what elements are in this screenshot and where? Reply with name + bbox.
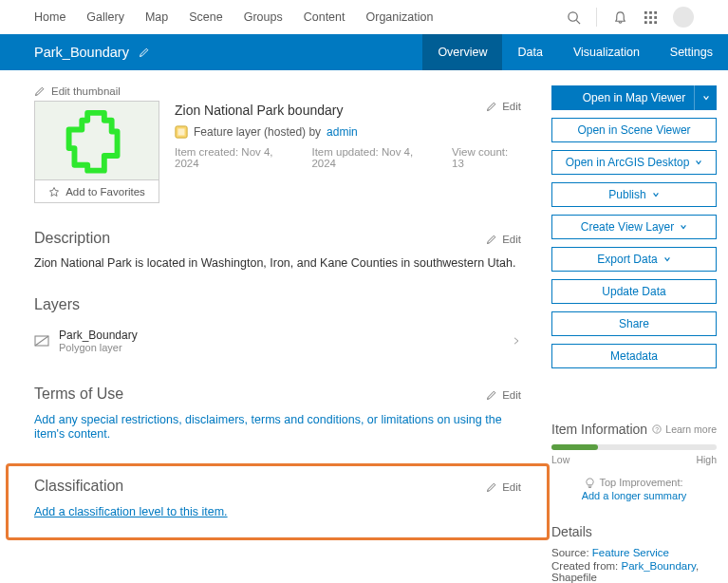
completeness-meter — [551, 444, 717, 450]
edit-description-button[interactable]: Edit — [486, 234, 521, 245]
avatar[interactable] — [673, 7, 694, 28]
top-improvement: Top Improvement: Add a longer summary — [551, 477, 717, 501]
edit-thumbnail-link[interactable]: Edit thumbnail — [34, 85, 521, 97]
chevron-right-icon — [512, 336, 521, 346]
create-view-layer-button[interactable]: Create View Layer — [551, 215, 717, 239]
hero-main: Edit Zion National Park boundary Feature… — [175, 101, 521, 203]
classification-section: Edit Classification Add a classification… — [6, 463, 550, 540]
pencil-icon[interactable] — [139, 47, 150, 58]
hero: Add to Favorites Edit Zion National Park… — [34, 101, 521, 203]
svg-rect-7 — [654, 16, 657, 19]
details-section: Details Source: Feature Service Created … — [551, 524, 717, 583]
created-meta: Item created: Nov 4, 2024 — [175, 146, 296, 169]
thumbnail-image[interactable] — [34, 101, 159, 180]
banner-title-wrap: Park_Boundary — [34, 34, 422, 70]
open-map-viewer-button[interactable]: Open in Map Viewer — [551, 85, 717, 110]
nav-link[interactable]: Home — [34, 10, 65, 24]
description-section: Edit Description Zion National Park is l… — [34, 230, 521, 270]
nav-link[interactable]: Scene — [189, 10, 222, 24]
edit-terms-button[interactable]: Edit — [486, 389, 521, 401]
right-column: Open in Map Viewer Open in Scene Viewer … — [551, 85, 717, 583]
svg-point-0 — [568, 11, 576, 20]
chevron-down-icon — [680, 223, 687, 231]
created-from-link[interactable]: Park_Boundary — [622, 560, 696, 572]
share-button[interactable]: Share — [551, 311, 717, 336]
item-title: Zion National Park boundary — [175, 103, 521, 118]
svg-rect-8 — [644, 21, 646, 24]
search-icon[interactable] — [566, 9, 581, 25]
open-desktop-button[interactable]: Open in ArcGIS Desktop — [551, 150, 717, 175]
tab-settings[interactable]: Settings — [655, 34, 728, 70]
add-to-favorites-button[interactable]: Add to Favorites — [34, 180, 159, 203]
lightbulb-icon — [585, 478, 595, 488]
publish-button[interactable]: Publish — [551, 182, 717, 207]
layer-row[interactable]: Park_Boundary Polygon layer — [34, 323, 521, 359]
chevron-down-icon — [663, 255, 671, 263]
top-nav: Home Gallery Map Scene Groups Content Or… — [0, 0, 728, 34]
polygon-layer-icon — [34, 333, 49, 348]
metadata-button[interactable]: Metadata — [551, 344, 717, 368]
layers-heading: Layers — [34, 296, 521, 313]
source-link[interactable]: Feature Service — [592, 547, 669, 558]
feature-layer-icon — [175, 125, 188, 139]
item-type: Feature layer (hosted) by — [194, 125, 321, 139]
item-banner: Park_Boundary Overview Data Visualizatio… — [0, 34, 728, 70]
svg-text:?: ? — [655, 426, 659, 433]
classification-prompt-link[interactable]: Add a classification level to this item. — [34, 505, 228, 518]
svg-rect-3 — [649, 10, 652, 13]
svg-rect-4 — [654, 10, 657, 13]
top-nav-right — [566, 7, 694, 28]
chevron-down-icon — [652, 191, 660, 198]
page-body: Edit thumbnail Add to Favorites Edit — [0, 70, 728, 583]
edit-title-button[interactable]: Edit — [486, 101, 521, 112]
svg-rect-6 — [649, 16, 652, 19]
edit-classification-button[interactable]: Edit — [486, 481, 521, 493]
favorites-label: Add to Favorites — [65, 186, 145, 197]
views-meta: View count: 13 — [452, 146, 521, 169]
update-data-button[interactable]: Update Data — [551, 279, 717, 304]
nav-link[interactable]: Organization — [366, 10, 434, 24]
meter-low: Low — [551, 454, 569, 465]
layer-name: Park_Boundary — [59, 329, 502, 342]
updated-meta: Item updated: Nov 4, 2024 — [311, 146, 437, 169]
svg-rect-2 — [644, 10, 646, 13]
improvement-suggestion-link[interactable]: Add a longer summary — [551, 490, 717, 501]
layer-info: Park_Boundary Polygon layer — [59, 329, 502, 353]
nav-link[interactable]: Map — [145, 10, 168, 24]
tab-overview[interactable]: Overview — [422, 34, 502, 70]
edit-label: Edit — [502, 234, 521, 245]
left-column: Edit thumbnail Add to Favorites Edit — [34, 85, 521, 583]
chevron-down-icon — [695, 159, 702, 166]
description-heading: Description — [34, 230, 521, 247]
terms-heading: Terms of Use — [34, 386, 521, 403]
details-heading: Details — [551, 524, 717, 539]
separator — [596, 8, 597, 27]
tab-visualization[interactable]: Visualization — [558, 34, 655, 70]
edit-label: Edit — [502, 389, 521, 401]
nav-link[interactable]: Groups — [244, 10, 283, 24]
nav-link[interactable]: Gallery — [86, 10, 124, 24]
layers-section: Layers Park_Boundary Polygon layer — [34, 296, 521, 359]
thumbnail-block: Add to Favorites — [34, 101, 159, 203]
bell-icon[interactable] — [612, 9, 627, 25]
terms-section: Edit Terms of Use Add any special restri… — [34, 386, 521, 441]
terms-prompt-link[interactable]: Add any special restrictions, disclaimer… — [34, 413, 502, 441]
export-data-button[interactable]: Export Data — [551, 247, 717, 272]
description-text: Zion National Park is located in Washing… — [34, 256, 521, 270]
owner-link[interactable]: admin — [327, 125, 358, 139]
edit-thumbnail-label: Edit thumbnail — [51, 85, 121, 97]
chevron-down-icon[interactable] — [694, 85, 717, 110]
top-nav-links: Home Gallery Map Scene Groups Content Or… — [34, 10, 566, 24]
classification-heading: Classification — [34, 478, 521, 495]
primary-button-label: Open in Map Viewer — [583, 91, 686, 104]
learn-more-link[interactable]: ? Learn more — [652, 423, 717, 435]
apps-icon[interactable] — [643, 9, 658, 25]
svg-rect-12 — [178, 129, 185, 136]
banner-tabs: Overview Data Visualization Settings — [422, 34, 728, 70]
tab-data[interactable]: Data — [502, 34, 557, 70]
detail-created-from: Created from: Park_Boundary, Shapefile — [551, 560, 717, 583]
edit-label: Edit — [502, 101, 521, 112]
item-info-heading: Item Information — [551, 422, 647, 437]
open-scene-viewer-button[interactable]: Open in Scene Viewer — [551, 118, 717, 142]
nav-link[interactable]: Content — [304, 10, 345, 24]
